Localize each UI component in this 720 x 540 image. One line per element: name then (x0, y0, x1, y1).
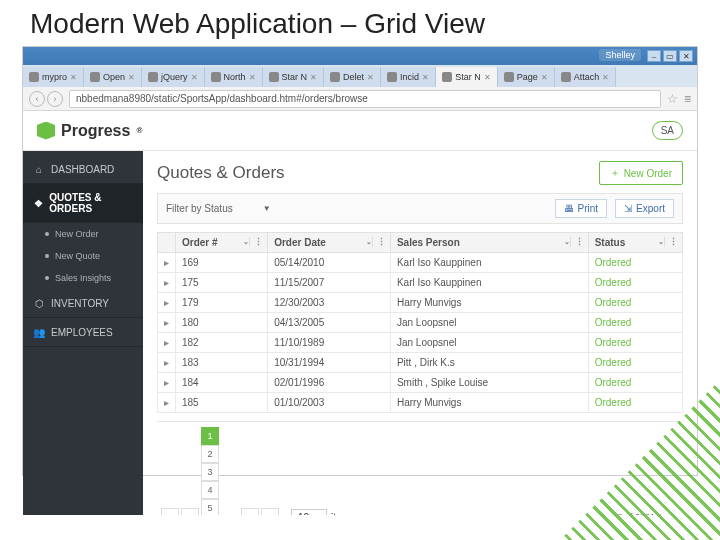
cell-date: 12/30/2003 (268, 293, 391, 313)
browser-tab[interactable]: Delet✕ (324, 67, 381, 87)
cell-date: 10/31/1994 (268, 353, 391, 373)
sidebar-item[interactable]: 👥EMPLOYEES (23, 318, 143, 347)
brand-logo: Progress® (37, 122, 142, 140)
pager-first[interactable]: ⏮ (161, 508, 179, 515)
table-row[interactable]: ▸17511/15/2007Karl Iso KauppinenOrdered (158, 273, 683, 293)
column-header[interactable]: Status⌄⋮ (588, 233, 682, 253)
cell-order: 182 (176, 333, 268, 353)
sidebar-subitem[interactable]: New Order (23, 223, 143, 245)
cell-sales: Karl Iso Kauppinen (390, 273, 588, 293)
sidebar-item-label: INVENTORY (51, 298, 109, 309)
browser-tab[interactable]: Page✕ (498, 67, 555, 87)
tab-label: Delet (343, 72, 364, 82)
column-menu-icon[interactable]: ⋮ (249, 237, 263, 247)
column-label: Order # (182, 237, 218, 248)
browser-tab[interactable]: jQuery✕ (142, 67, 205, 87)
row-expand-icon[interactable]: ▸ (158, 333, 176, 353)
cell-sales: Pitt , Dirk K.s (390, 353, 588, 373)
cell-status: Ordered (588, 313, 682, 333)
pager-next[interactable]: ▸ (241, 508, 259, 515)
table-row[interactable]: ▸18211/10/1989Jan LoopsnelOrdered (158, 333, 683, 353)
browser-tab[interactable]: Incid✕ (381, 67, 436, 87)
filter-status-select[interactable]: Filter by Status ▼ (166, 203, 271, 214)
pager-last[interactable]: ⏭ (261, 508, 279, 515)
tab-close-icon[interactable]: ✕ (484, 73, 491, 82)
tab-close-icon[interactable]: ✕ (128, 73, 135, 82)
browser-tab[interactable]: mypro✕ (23, 67, 84, 87)
row-expand-icon[interactable]: ▸ (158, 253, 176, 273)
window-user: Shelley (599, 49, 641, 61)
pager-page[interactable]: 2 (201, 445, 219, 463)
tab-close-icon[interactable]: ✕ (367, 73, 374, 82)
tab-close-icon[interactable]: ✕ (191, 73, 198, 82)
browser-tab[interactable]: Attach✕ (555, 67, 617, 87)
cell-date: 02/01/1996 (268, 373, 391, 393)
window-maximize[interactable]: ▭ (663, 50, 677, 62)
browser-menu-icon[interactable]: ≡ (684, 92, 691, 106)
column-menu-icon[interactable]: ⋮ (664, 237, 678, 247)
new-order-button[interactable]: ＋ New Order (599, 161, 683, 185)
cell-status: Ordered (588, 373, 682, 393)
sidebar-subitem[interactable]: Sales Insights (23, 267, 143, 289)
tab-label: mypro (42, 72, 67, 82)
table-row[interactable]: ▸18310/31/1994Pitt , Dirk K.sOrdered (158, 353, 683, 373)
tab-favicon-icon (442, 72, 452, 82)
nav-back-icon[interactable]: ‹ (29, 91, 45, 107)
new-order-label: New Order (624, 168, 672, 179)
cell-status: Ordered (588, 253, 682, 273)
pager-page[interactable]: 4 (201, 481, 219, 499)
export-label: Export (636, 203, 665, 214)
window-minimize[interactable]: – (647, 50, 661, 62)
row-expand-icon[interactable]: ▸ (158, 353, 176, 373)
sidebar-item[interactable]: ❖QUOTES & ORDERS (23, 184, 143, 223)
row-expand-icon[interactable]: ▸ (158, 373, 176, 393)
print-button[interactable]: 🖶 Print (555, 199, 608, 218)
browser-tab[interactable]: Open✕ (84, 67, 142, 87)
browser-tab[interactable]: North✕ (205, 67, 263, 87)
browser-tab[interactable]: Star N✕ (263, 67, 325, 87)
pager-ellipsis: … (221, 512, 239, 516)
export-button[interactable]: ⇲ Export (615, 199, 674, 218)
row-expand-icon[interactable]: ▸ (158, 273, 176, 293)
tab-close-icon[interactable]: ✕ (310, 73, 317, 82)
column-header[interactable]: Order Date⌄⋮ (268, 233, 391, 253)
table-row[interactable]: ▸18004/13/2005Jan LoopsnelOrdered (158, 313, 683, 333)
window-close[interactable]: ✕ (679, 50, 693, 62)
cell-date: 11/10/1989 (268, 333, 391, 353)
page-size-select[interactable]: 10 ▼ (291, 509, 327, 516)
url-input[interactable]: nbbedmana8980/static/SportsApp/dashboard… (69, 90, 661, 108)
tab-close-icon[interactable]: ✕ (602, 73, 609, 82)
chevron-down-icon: ▼ (263, 204, 271, 213)
tab-close-icon[interactable]: ✕ (541, 73, 548, 82)
pager-page[interactable]: 1 (201, 427, 219, 445)
main-content: Quotes & Orders ＋ New Order Filter by St… (143, 151, 697, 515)
nav-forward-icon[interactable]: › (47, 91, 63, 107)
table-row[interactable]: ▸18501/10/2003Harry MunvigsOrdered (158, 393, 683, 413)
browser-tab[interactable]: Star N✕ (436, 67, 498, 87)
column-header[interactable]: Order #⌄⋮ (176, 233, 268, 253)
bookmark-star-icon[interactable]: ☆ (667, 92, 678, 106)
column-menu-icon[interactable]: ⋮ (570, 237, 584, 247)
row-expand-icon[interactable]: ▸ (158, 293, 176, 313)
table-row[interactable]: ▸18402/01/1996Smith , Spike LouiseOrdere… (158, 373, 683, 393)
row-expand-icon[interactable]: ▸ (158, 313, 176, 333)
user-avatar[interactable]: SA (652, 121, 683, 140)
browser-address-bar: ‹ › nbbedmana8980/static/SportsApp/dashb… (23, 87, 697, 111)
pager-page[interactable]: 3 (201, 463, 219, 481)
column-menu-icon[interactable]: ⋮ (372, 237, 386, 247)
table-row[interactable]: ▸17912/30/2003Harry MunvigsOrdered (158, 293, 683, 313)
table-row[interactable]: ▸16905/14/2010Karl Iso KauppinenOrdered (158, 253, 683, 273)
sidebar-item[interactable]: ⬡INVENTORY (23, 289, 143, 318)
pager-info: 1 - 10 of 3061 items (599, 512, 679, 515)
pager-page[interactable]: 5 (201, 499, 219, 515)
tab-close-icon[interactable]: ✕ (249, 73, 256, 82)
cell-sales: Harry Munvigs (390, 393, 588, 413)
browser-tabstrip: mypro✕Open✕jQuery✕North✕Star N✕Delet✕Inc… (23, 65, 697, 87)
sidebar-subitem[interactable]: New Quote (23, 245, 143, 267)
pager-prev[interactable]: ◂ (181, 508, 199, 515)
column-header[interactable]: Sales Person⌄⋮ (390, 233, 588, 253)
tab-close-icon[interactable]: ✕ (70, 73, 77, 82)
tab-close-icon[interactable]: ✕ (422, 73, 429, 82)
sidebar-item[interactable]: ⌂DASHBOARD (23, 155, 143, 184)
row-expand-icon[interactable]: ▸ (158, 393, 176, 413)
